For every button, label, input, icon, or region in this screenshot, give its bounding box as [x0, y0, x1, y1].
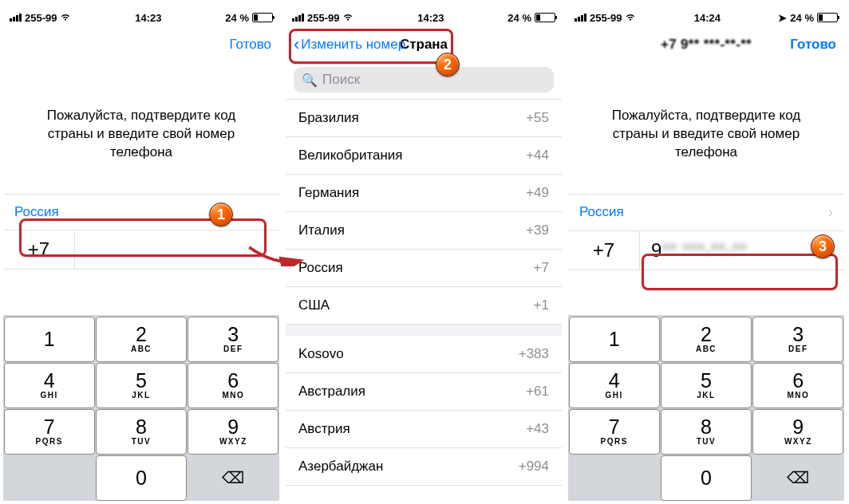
battery-percent: 24 %: [225, 12, 249, 24]
signal-icon: [575, 14, 586, 22]
country-row[interactable]: Бразилия+55: [286, 100, 562, 137]
key-empty: [4, 455, 95, 501]
numeric-keypad: 1 2ABC 3DEF 4GHI 5JKL 6MNO 7PQRS 8TUV 9W…: [568, 315, 844, 501]
phone-input-row[interactable]: +7 9** ***-**-**: [568, 231, 844, 270]
wifi-icon: [342, 14, 353, 22]
battery-icon: [817, 13, 838, 22]
phone-number-input[interactable]: [75, 242, 279, 258]
battery-percent: 24 %: [790, 12, 814, 24]
key-3[interactable]: 3DEF: [188, 317, 278, 362]
country-row[interactable]: Великобритания+44: [286, 137, 562, 175]
status-bar: 255-99 14:23 24 %: [3, 8, 279, 27]
nav-bar: ‹ Изменить номер Страна: [286, 27, 562, 62]
key-9[interactable]: 9WXYZ: [188, 409, 278, 455]
instruction-text: Пожалуйста, подтвердите код страны и вве…: [568, 62, 844, 194]
nav-bar: Готово: [3, 27, 279, 62]
key-2[interactable]: 2ABC: [661, 317, 752, 362]
search-placeholder: Поиск: [322, 72, 360, 88]
key-7[interactable]: 7PQRS: [569, 409, 660, 455]
country-selector-row[interactable]: Россия ›: [568, 194, 844, 231]
status-time: 14:23: [135, 12, 161, 24]
country-name: Россия: [14, 204, 59, 220]
country-row[interactable]: Австрия+43: [286, 411, 562, 448]
screen-1-enter-phone: 255-99 14:23 24 % Готово Пожалуйста, под…: [3, 3, 279, 501]
screen-3-number-entered: 255-99 14:24 ➤ 24 % +7 9** ***-**-** Гот…: [568, 3, 844, 501]
dial-code: +7: [568, 231, 640, 270]
phone-input-row[interactable]: +7: [3, 230, 279, 270]
status-bar: 255-99 14:24 ➤ 24 %: [568, 8, 844, 27]
battery-icon: [535, 13, 555, 22]
key-1[interactable]: 1: [4, 317, 95, 362]
carrier-label: 255-99: [307, 12, 339, 24]
instruction-text: Пожалуйста, подтвердите код страны и вве…: [3, 62, 279, 194]
country-row[interactable]: Австралия+61: [286, 373, 562, 411]
location-icon: ➤: [778, 12, 787, 24]
country-row[interactable]: Kosovo+383: [286, 336, 562, 373]
wifi-icon: [625, 14, 636, 22]
key-0[interactable]: 0: [96, 455, 187, 501]
key-3[interactable]: 3DEF: [752, 317, 843, 362]
dial-code: +7: [3, 230, 75, 269]
key-6[interactable]: 6MNO: [188, 363, 278, 408]
country-name: Россия: [579, 204, 624, 220]
key-backspace[interactable]: ⌫: [752, 455, 843, 501]
back-button[interactable]: ‹ Изменить номер: [294, 36, 405, 53]
country-row[interactable]: Азербайджан+994: [286, 448, 562, 486]
country-row[interactable]: Италия+39: [286, 212, 562, 250]
signal-icon: [292, 14, 304, 22]
numeric-keypad: 1 2ABC 3DEF 4GHI 5JKL 6MNO 7PQRS 8TUV 9W…: [3, 315, 279, 501]
key-5[interactable]: 5JKL: [661, 363, 752, 408]
key-backspace[interactable]: ⌫: [188, 455, 278, 501]
country-list-all: Kosovo+383 Австралия+61 Австрия+43 Азерб…: [286, 336, 562, 486]
country-row[interactable]: Россия+7: [286, 250, 562, 287]
key-1[interactable]: 1: [569, 317, 660, 362]
country-selector-row[interactable]: Россия: [3, 194, 279, 230]
status-time: 14:23: [417, 12, 444, 24]
country-list-popular: Бразилия+55 Великобритания+44 Германия+4…: [286, 99, 562, 325]
chevron-left-icon: ‹: [294, 36, 299, 53]
search-icon: 🔍: [302, 73, 318, 88]
key-7[interactable]: 7PQRS: [4, 409, 95, 455]
key-5[interactable]: 5JKL: [96, 363, 187, 408]
key-4[interactable]: 4GHI: [4, 363, 95, 408]
key-8[interactable]: 8TUV: [96, 409, 187, 455]
key-6[interactable]: 6MNO: [752, 363, 843, 408]
done-button[interactable]: Готово: [230, 37, 272, 53]
key-empty: [569, 455, 660, 501]
status-bar: 255-99 14:23 24 %: [286, 8, 562, 27]
phone-number-input[interactable]: 9** ***-**-**: [640, 231, 844, 270]
carrier-label: 255-99: [25, 12, 57, 24]
key-9[interactable]: 9WXYZ: [752, 409, 843, 455]
chevron-right-icon: ›: [828, 204, 833, 221]
battery-percent: 24 %: [507, 12, 531, 24]
wifi-icon: [60, 14, 71, 22]
nav-bar: +7 9** ***-**-** Готово: [568, 27, 844, 62]
carrier-label: 255-99: [590, 12, 622, 24]
status-time: 14:24: [694, 12, 721, 24]
country-row[interactable]: Германия+49: [286, 175, 562, 212]
search-field[interactable]: 🔍 Поиск: [294, 67, 554, 93]
back-label: Изменить номер: [301, 37, 405, 53]
key-0[interactable]: 0: [661, 455, 752, 501]
key-4[interactable]: 4GHI: [569, 363, 660, 408]
done-button[interactable]: Готово: [790, 37, 836, 53]
screen-2-country-list: 255-99 14:23 24 % ‹ Изменить номер Стран…: [286, 3, 562, 501]
country-row[interactable]: США+1: [286, 287, 562, 325]
signal-icon: [10, 14, 22, 22]
key-2[interactable]: 2ABC: [96, 317, 187, 362]
battery-icon: [252, 13, 273, 22]
key-8[interactable]: 8TUV: [661, 409, 752, 455]
